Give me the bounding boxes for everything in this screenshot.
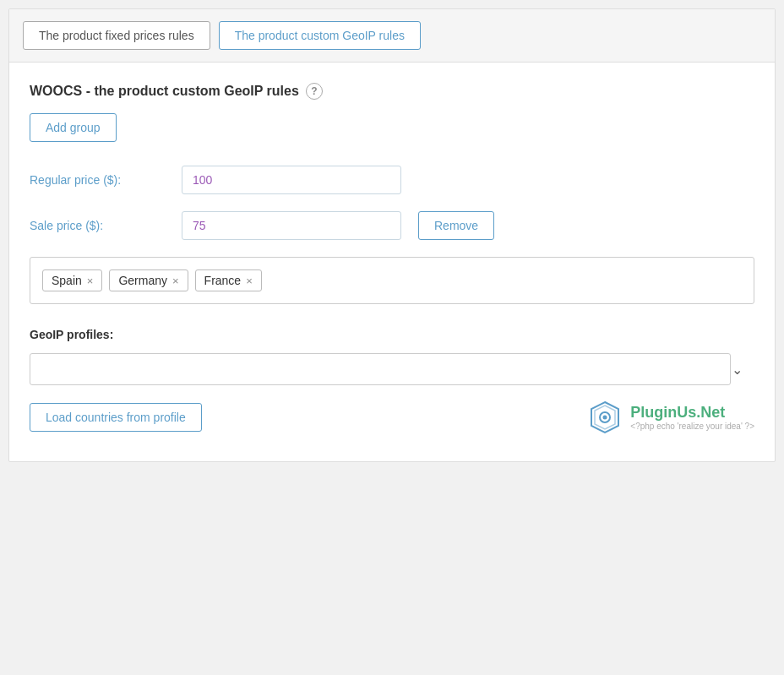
- country-tag: France×: [195, 269, 262, 291]
- branding-name-prefix: Plugin: [630, 404, 677, 421]
- tab-geoip-rules[interactable]: The product custom GeoIP rules: [219, 21, 421, 50]
- branding: PluginUs.Net <?php echo 'realize your id…: [586, 399, 754, 436]
- branding-name-suffix: Us: [677, 404, 696, 421]
- profiles-select-wrapper: ⌄: [30, 353, 754, 385]
- group-form: Regular price ($): Sale price ($): Remov…: [30, 166, 754, 240]
- profiles-select[interactable]: [30, 353, 731, 385]
- country-name: France: [204, 274, 242, 287]
- profiles-title: GeoIP profiles:: [30, 328, 754, 341]
- sale-price-label: Sale price ($):: [30, 219, 165, 232]
- section-title: WOOCS - the product custom GeoIP rules ?: [30, 83, 754, 100]
- section-title-text: WOOCS - the product custom GeoIP rules: [30, 84, 299, 99]
- country-name: Spain: [52, 274, 82, 287]
- country-tag: Spain×: [42, 269, 102, 291]
- regular-price-label: Regular price ($):: [30, 173, 165, 187]
- tag-remove-icon[interactable]: ×: [246, 275, 253, 286]
- branding-text: PluginUs.Net <?php echo 'realize your id…: [630, 404, 754, 431]
- sale-price-input[interactable]: [182, 211, 401, 240]
- bottom-row: Load countries from profile PluginUs.Net…: [30, 399, 754, 436]
- countries-area[interactable]: Spain×Germany×France×: [30, 257, 754, 304]
- country-tag: Germany×: [109, 269, 188, 291]
- help-icon[interactable]: ?: [306, 83, 323, 100]
- regular-price-input[interactable]: [182, 166, 401, 194]
- tag-remove-icon[interactable]: ×: [172, 275, 179, 286]
- branding-tagline: <?php echo 'realize your idea' ?>: [630, 422, 754, 431]
- branding-name: PluginUs.Net: [630, 404, 754, 422]
- remove-button[interactable]: Remove: [418, 211, 494, 240]
- profiles-section: GeoIP profiles: ⌄: [30, 328, 754, 385]
- svg-point-3: [603, 416, 607, 420]
- sale-price-row: Sale price ($): Remove: [30, 211, 754, 240]
- load-countries-button[interactable]: Load countries from profile: [30, 403, 202, 432]
- regular-price-row: Regular price ($):: [30, 166, 754, 194]
- branding-domain: .Net: [696, 404, 725, 421]
- add-group-button[interactable]: Add group: [30, 113, 117, 142]
- tab-fixed-prices[interactable]: The product fixed prices rules: [23, 21, 210, 50]
- tab-bar: The product fixed prices rules The produ…: [9, 9, 775, 63]
- main-container: The product fixed prices rules The produ…: [8, 8, 776, 462]
- tag-remove-icon[interactable]: ×: [87, 275, 94, 286]
- chevron-down-icon: ⌄: [732, 362, 743, 378]
- pluginus-logo: [586, 399, 623, 436]
- country-name: Germany: [118, 274, 167, 287]
- main-content: WOOCS - the product custom GeoIP rules ?…: [9, 63, 775, 461]
